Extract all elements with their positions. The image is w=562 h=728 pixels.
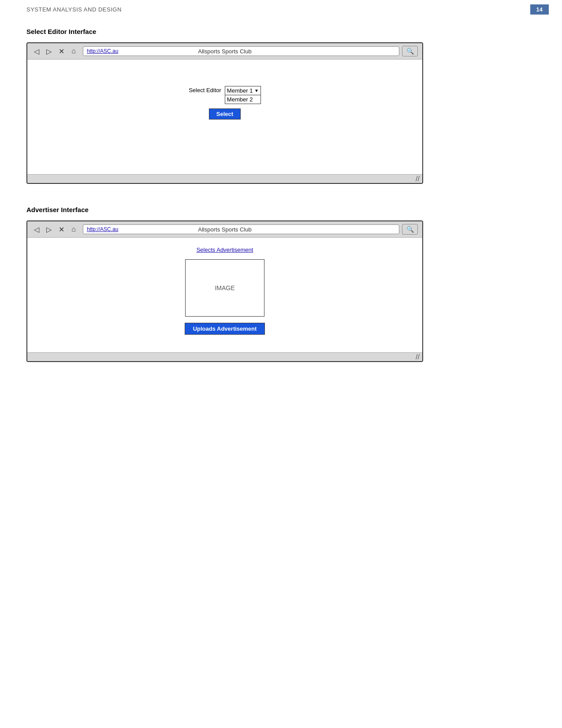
image-placeholder-box: IMAGE (185, 259, 264, 317)
uploads-advertisement-button[interactable]: Uploads Advertisement (185, 323, 265, 335)
browser-statusbar-2: // (27, 352, 422, 361)
page-number: 14 (530, 4, 549, 15)
stop-button-1[interactable]: ✕ (56, 46, 66, 56)
page-header: SYSTEM ANALYSIS AND DESIGN 14 (0, 0, 562, 19)
select-editor-label: Select Editor (189, 86, 221, 93)
browser-page-title-2: Allsports Sports Club (198, 226, 251, 233)
browser-content-1: Select Editor Member 1 ▼ Member 2 Select (27, 60, 422, 174)
toolbar-inner-1: ◁ ▷ ✕ ⌂ Allsports Sports Club http://ASC… (32, 46, 418, 56)
browser-mockup-2: ◁ ▷ ✕ ⌂ Allsports Sports Club http://ASC… (26, 220, 423, 362)
resize-icon-1: // (416, 175, 420, 183)
back-button-1[interactable]: ◁ (32, 46, 41, 56)
selects-advertisement-link[interactable]: Selects Advertisement (197, 246, 253, 253)
select-button[interactable]: Select (209, 108, 241, 119)
select-editor-form: Select Editor Member 1 ▼ Member 2 Select (189, 86, 261, 119)
document-title: SYSTEM ANALYSIS AND DESIGN (26, 6, 122, 13)
dropdown-header[interactable]: Member 1 ▼ (225, 86, 261, 95)
browser-content-2: Selects Advertisement IMAGE Uploads Adve… (27, 238, 422, 352)
stop-button-2[interactable]: ✕ (56, 224, 66, 234)
section1-title: Select Editor Interface (26, 28, 536, 35)
browser-toolbar-1: ◁ ▷ ✕ ⌂ Allsports Sports Club http://ASC… (27, 43, 422, 60)
browser-toolbar-2: ◁ ▷ ✕ ⌂ Allsports Sports Club http://ASC… (27, 221, 422, 238)
home-button-2[interactable]: ⌂ (69, 224, 78, 234)
search-button-1[interactable]: 🔍 (402, 46, 418, 56)
browser-mockup-1: ◁ ▷ ✕ ⌂ Allsports Sports Club http://ASC… (26, 42, 423, 184)
home-button-1[interactable]: ⌂ (69, 46, 78, 56)
image-placeholder-label: IMAGE (215, 284, 234, 291)
section-select-editor: Select Editor Interface ◁ ▷ ✕ ⌂ Allsport… (0, 19, 562, 197)
search-icon-2: 🔍 (406, 226, 414, 233)
toolbar-inner-2: ◁ ▷ ✕ ⌂ Allsports Sports Club http://ASC… (32, 224, 418, 235)
dropdown-option2[interactable]: Member 2 (225, 95, 261, 104)
browser-page-title-1: Allsports Sports Club (198, 48, 251, 55)
back-button-2[interactable]: ◁ (32, 224, 41, 234)
browser-statusbar-1: // (27, 174, 422, 183)
section2-title: Advertiser Interface (26, 206, 536, 213)
forward-button-2[interactable]: ▷ (44, 224, 54, 234)
dropdown-option1: Member 1 (227, 87, 253, 94)
resize-icon-2: // (416, 353, 420, 361)
search-button-2[interactable]: 🔍 (402, 224, 418, 235)
search-icon-1: 🔍 (406, 48, 414, 55)
select-editor-row: Select Editor Member 1 ▼ Member 2 (189, 86, 261, 104)
dropdown-arrow-icon: ▼ (254, 88, 259, 93)
editor-dropdown[interactable]: Member 1 ▼ Member 2 (225, 86, 261, 104)
section-advertiser: Advertiser Interface ◁ ▷ ✕ ⌂ Allsports S… (0, 197, 562, 375)
forward-button-1[interactable]: ▷ (44, 46, 54, 56)
